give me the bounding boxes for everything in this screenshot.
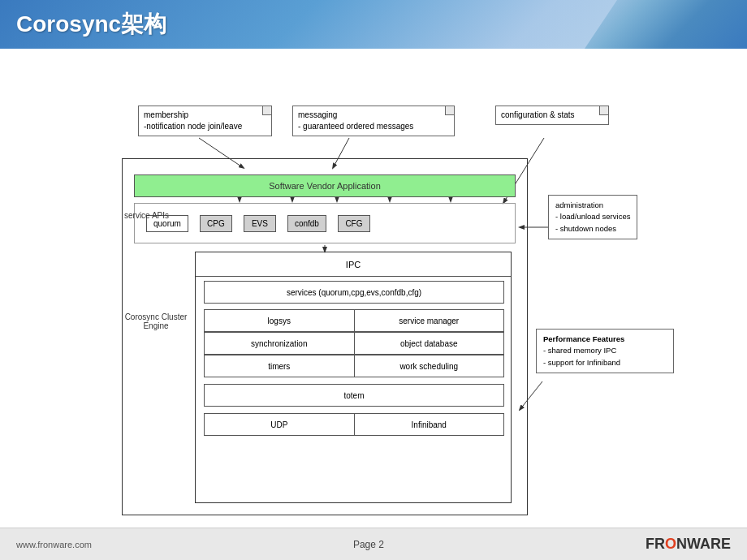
totem-label: totem	[343, 391, 364, 400]
api-confdb: confdb	[287, 215, 326, 232]
cce-label: Corosync Cluster Engine	[123, 312, 188, 330]
logsys-cell: logsys	[204, 309, 355, 332]
config-note: configuration & stats	[495, 106, 609, 125]
infiniband-cell: Infiniband	[355, 413, 505, 436]
perf-line1: Performance Features	[543, 334, 667, 345]
synchronization-cell: synchronization	[204, 332, 355, 355]
service-manager-cell: service manager	[355, 309, 505, 332]
footer: www.fronware.com Page 2 FRONWARE	[0, 528, 747, 560]
api-cpg: CPG	[200, 215, 232, 232]
footer-logo: FRONWARE	[646, 536, 731, 553]
api-boxes-container: quorum CPG EVS confdb CFG	[135, 215, 515, 232]
messaging-line2: - guaranteed ordered messages	[298, 121, 449, 132]
object-database-cell: object database	[355, 332, 505, 355]
sync-objdb-row: synchronization object database	[204, 332, 504, 355]
udp-infiniband-row: UDP Infiniband	[204, 413, 504, 436]
membership-line2: -notification node join/leave	[144, 121, 266, 132]
work-scheduling-cell: work scheduling	[355, 355, 505, 377]
ipc-label: IPC	[346, 260, 361, 269]
membership-line1: membership	[144, 110, 266, 121]
footer-page: Page 2	[353, 539, 384, 550]
sva-bar: Software Vendor Application	[134, 174, 516, 197]
api-evs: EVS	[244, 215, 276, 232]
membership-note: membership -notification node join/leave	[138, 106, 272, 136]
perf-line3: - support for Infiniband	[543, 357, 667, 368]
udp-cell: UDP	[204, 413, 355, 436]
services-row: services (quorum,cpg,evs,confdb,cfg)	[204, 281, 504, 304]
performance-note: Performance Features - shared memory IPC…	[536, 329, 674, 373]
page-title: Corosync架构	[16, 9, 166, 40]
admin-line2: - load/unload services	[555, 211, 630, 222]
diagram: membership -notification node join/leave…	[41, 77, 706, 499]
service-apis-label: service APIs	[124, 211, 169, 220]
logo-fr: FR	[646, 536, 665, 553]
sva-label: Software Vendor Application	[269, 181, 381, 191]
logo-n: O	[665, 536, 676, 553]
footer-website: www.fronware.com	[16, 540, 92, 549]
perf-line2: - shared memory IPC	[543, 345, 667, 356]
config-line1: configuration & stats	[501, 110, 603, 121]
header: Corosync架构	[0, 0, 747, 49]
logsys-servicemgr-row: logsys service manager	[204, 309, 504, 332]
admin-line3: - shutdown nodes	[555, 223, 630, 235]
main-content: membership -notification node join/leave…	[0, 49, 747, 528]
messaging-line1: messaging	[298, 110, 449, 121]
totem-row: totem	[204, 384, 504, 407]
ipc-row: IPC	[196, 252, 511, 277]
service-apis-row: quorum CPG EVS confdb CFG	[134, 203, 516, 243]
administration-note: administration - load/unload services - …	[548, 195, 637, 239]
timers-cell: timers	[204, 355, 355, 377]
engine-inner-box: IPC services (quorum,cpg,evs,confdb,cfg)…	[195, 252, 512, 503]
services-label: services (quorum,cpg,evs,confdb,cfg)	[287, 288, 421, 297]
header-decoration	[585, 0, 747, 49]
messaging-note: messaging - guaranteed ordered messages	[292, 106, 455, 136]
admin-line1: administration	[555, 200, 630, 211]
logo-ware: NWARE	[676, 536, 731, 553]
api-cfg: CFG	[338, 215, 370, 232]
timers-worksched-row: timers work scheduling	[204, 355, 504, 377]
